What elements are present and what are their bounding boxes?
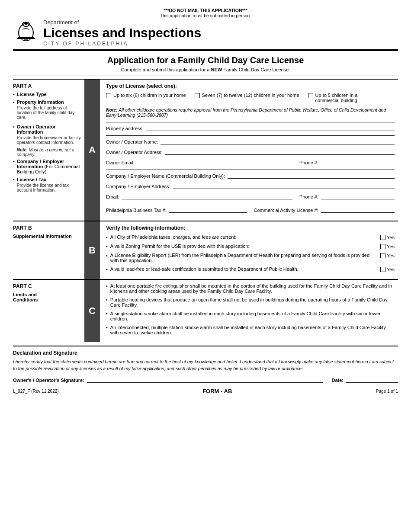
checkbox-b-4[interactable] (380, 267, 385, 272)
cal-col: Commercial Activity License #: (254, 207, 395, 213)
verify-check-2[interactable]: Yes (380, 244, 395, 249)
cal-input[interactable] (321, 207, 395, 213)
section-owner-desc: Provide the homeowner or facility operat… (17, 135, 82, 145)
sidebar-item-license-tax: License / Tax Provide the license and ta… (13, 177, 82, 195)
footer-form-number: L_027_F (Rev 11.2022) (13, 389, 59, 394)
checkbox-option-2[interactable] (195, 93, 200, 98)
declaration-text: I hereby certify that the statements con… (13, 359, 398, 372)
section-license-tax-desc: Provide the license and tax account info… (17, 183, 82, 192)
verify-bullet-2: • (106, 244, 108, 249)
cal-label: Commercial Activity License #: (254, 208, 318, 213)
owner-email-phone-row: Owner Email: Phone #: (106, 159, 395, 165)
license-option-1[interactable]: Up to six (6) children in your home (106, 93, 186, 103)
email2-label: Email: (106, 194, 119, 199)
divider-2 (106, 135, 395, 136)
verify-check-3[interactable]: Yes (380, 253, 395, 258)
email2-input[interactable] (122, 193, 292, 199)
verify-item-2: • A valid Zoning Permit for the USE is p… (106, 244, 395, 249)
checkbox-b-1[interactable] (380, 235, 385, 240)
part-b-letter: B (89, 245, 96, 256)
license-option-3[interactable]: Up to 5 children in a commercial buildin… (308, 93, 369, 103)
verify-check-1[interactable]: Yes (380, 234, 395, 240)
divider-4 (106, 204, 395, 204)
part-c-item-2: • Portable heating devices that produce … (106, 297, 395, 308)
license-option-3-label: Up to 5 children in a commercial buildin… (315, 93, 369, 103)
part-c-text-2: Portable heating devices that produce an… (110, 297, 395, 308)
verify-check-4[interactable]: Yes (380, 266, 395, 272)
dept-of-label: Department of (43, 19, 201, 26)
owner-name-input[interactable] (161, 138, 395, 144)
checkbox-option-3[interactable] (308, 93, 313, 98)
owner-address-row: Owner / Operator Address: (106, 149, 395, 155)
sidebar-item-owner-operator: Owner / Operator information Provide the… (13, 124, 82, 157)
date-col: Date: (331, 377, 398, 383)
checkbox-b-2[interactable] (380, 244, 385, 249)
do-not-mail: ***DO NOT MAIL THIS APPLICATION*** (13, 8, 398, 13)
divider-3 (106, 170, 395, 170)
email2-phone2-row: Email: Phone #: (106, 193, 395, 199)
note-text: All other childcare operations require a… (106, 107, 386, 118)
subtitle-pre: Complete and submit this application for… (121, 67, 211, 72)
part-c-row: PART C Limits andConditions C • At least… (13, 279, 398, 342)
biz-tax-input[interactable] (169, 207, 247, 213)
yes-label-3: Yes (387, 253, 395, 258)
parts-container: PART A License Type Property Information… (13, 79, 398, 342)
sidebar-item-company: Company / Employer Information (For Comm… (13, 159, 82, 175)
phone2-input[interactable] (321, 193, 395, 199)
checkbox-b-3[interactable] (380, 253, 385, 258)
owner-name-label: Owner / Operator Name: (106, 139, 158, 144)
property-address-input[interactable] (146, 125, 395, 131)
yes-label-1: Yes (387, 235, 395, 240)
section-owner-title: Owner / Operator information (17, 124, 82, 135)
verify-bullet-4: • (106, 267, 108, 272)
type-of-license-title: Type of License (select one): (106, 83, 395, 89)
part-c-letter-block: C (84, 280, 100, 342)
part-c-bullet-4: • (106, 325, 108, 330)
part-b-label: PART B (13, 225, 82, 231)
company-name-label: Company / Employer Name (Commercial Buil… (106, 173, 225, 179)
subtitle-bold: NEW (211, 67, 222, 72)
part-c-bullet-2: • (106, 297, 108, 302)
phone1-col: Phone #: (299, 159, 395, 165)
checkbox-option-1[interactable] (106, 93, 111, 98)
company-name-input[interactable] (228, 173, 395, 179)
owner-email-label: Owner Email: (106, 160, 135, 165)
section-property-title: Property Information (17, 99, 82, 105)
part-c-content: • At least one portable fire extinguishe… (100, 280, 398, 342)
sidebar-item-license-type: License Type (13, 92, 82, 98)
footer-form-name: FORM - AB (202, 388, 232, 394)
license-option-2-label: Seven (7) to twelve (12) children in you… (202, 93, 299, 98)
part-c-item-4: • An interconnected, multiple-station sm… (106, 325, 395, 335)
part-a-letter: A (89, 144, 96, 156)
part-c-text-1: At least one portable fire extinguisher … (110, 283, 395, 294)
owner-address-input[interactable] (165, 149, 395, 155)
liberty-bell-icon (13, 20, 39, 46)
footer-row: L_027_F (Rev 11.2022) FORM - AB Page 1 o… (13, 388, 398, 394)
date-label: Date: (331, 378, 344, 383)
section-license-tax-title: License / Tax (17, 177, 82, 182)
phone1-input[interactable] (321, 159, 395, 165)
part-c-letter: C (89, 305, 96, 317)
part-c-item-1: • At least one portable fire extinguishe… (106, 283, 395, 294)
property-address-row: Property address: (106, 125, 395, 131)
part-c-item-3: • A single-station smoke alarm shall be … (106, 311, 395, 321)
section-company-title: Company / Employer Information (For Comm… (17, 159, 82, 174)
verify-bullet-3: • (106, 253, 108, 258)
license-option-2[interactable]: Seven (7) to twelve (12) children in you… (195, 93, 299, 103)
part-a-content: Type of License (select one): Up to six … (100, 80, 398, 221)
yes-label-2: Yes (387, 244, 395, 249)
part-c-text-3: A single-station smoke alarm shall be in… (110, 311, 395, 321)
section-license-type-title: License Type (17, 92, 47, 97)
signature-col: Owner's / Operator's Signature: (13, 377, 323, 383)
form-subtitle: Complete and submit this application for… (13, 67, 398, 72)
dept-main-name: Licenses and Inspections (43, 26, 201, 40)
section-owner-note: Note: Must be a person, not a company. (17, 147, 82, 157)
part-b-left: PART B Supplemental Information (13, 221, 84, 279)
owner-name-row: Owner / Operator Name: (106, 138, 395, 144)
phone2-label: Phone #: (299, 194, 318, 199)
date-line[interactable] (346, 377, 398, 383)
submit-in-person: This application must be submitted in pe… (13, 13, 398, 18)
owner-email-input[interactable] (137, 159, 292, 165)
sig-line[interactable] (87, 377, 323, 383)
company-address-input[interactable] (173, 183, 395, 189)
